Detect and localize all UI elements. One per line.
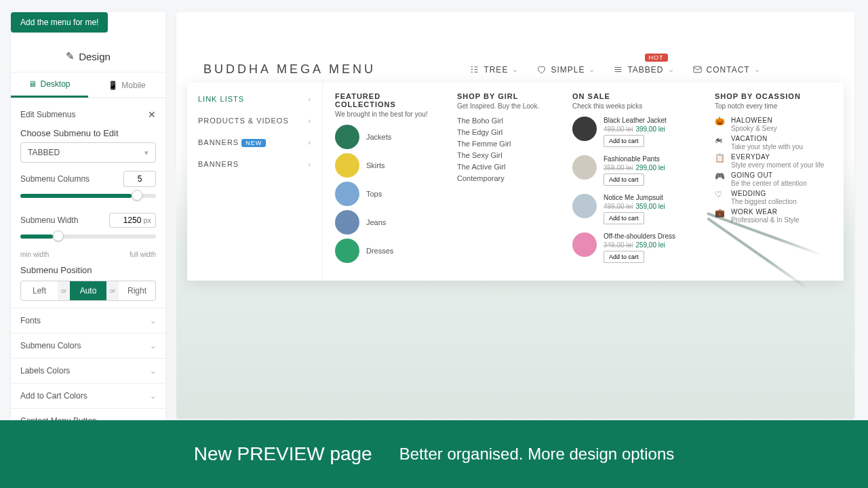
product-thumb: [572, 155, 597, 180]
tab-desktop-label: Desktop: [40, 79, 70, 89]
girl-link[interactable]: The Boho Girl: [457, 117, 548, 125]
width-slider[interactable]: [20, 235, 156, 239]
position-auto[interactable]: Auto: [70, 281, 106, 300]
occasion-item[interactable]: 🏍 VACATIONTake your style with you: [715, 135, 831, 150]
nav-simple[interactable]: SIMPLE⌄: [536, 64, 595, 75]
accordion-submenu-colors[interactable]: Submenu Colors⌄: [11, 333, 165, 358]
occasion-desc: Style every moment of your life: [731, 161, 824, 169]
price-old: 499,00 lei: [604, 203, 633, 210]
mega-menu-tabs: LINK LISTS› PRODUCTS & VIDEOS› BANNERSNE…: [187, 83, 323, 281]
occasion-name: EVERYDAY: [731, 153, 824, 161]
accordion-addtocart-colors[interactable]: Add to Cart Colors⌄: [11, 383, 165, 408]
occasion-desc: Professional & In Style: [731, 216, 800, 224]
width-min-label: min width: [20, 251, 49, 258]
mm-tab-products-videos[interactable]: PRODUCTS & VIDEOS›: [187, 110, 322, 131]
submenu-select[interactable]: TABBED ▾: [20, 142, 156, 163]
sidebar: Add the menu for me! ✎ Design 🖥 Desktop …: [11, 12, 165, 439]
occasion-name: HALOWEEN: [731, 117, 777, 124]
tab-mobile[interactable]: 📱 Mobile: [88, 73, 165, 98]
girl-link[interactable]: The Edgy Girl: [457, 128, 548, 136]
mm-tab-link-lists[interactable]: LINK LISTS›: [187, 88, 322, 110]
add-menu-button[interactable]: Add the menu for me!: [11, 12, 108, 33]
occasion-desc: Take your style with you: [731, 143, 803, 150]
girl-link[interactable]: The Active Girl: [457, 163, 548, 171]
occasion-desc: Be the center of attention: [731, 180, 807, 187]
mm-shop-by-girl: SHOP BY GIRL Get Inspired. Buy the Look.…: [445, 83, 560, 281]
collection-item[interactable]: Tops: [335, 182, 433, 206]
position-left[interactable]: Left: [21, 281, 58, 300]
sale-item: Fashionable Pants 359,00 lei299,00 lei A…: [572, 155, 690, 186]
product-thumb: [572, 194, 597, 218]
position-sep: or: [58, 281, 70, 300]
collection-thumb: [335, 239, 359, 263]
desktop-icon: 🖥: [28, 79, 37, 89]
product-name[interactable]: Black Leather Jacket: [604, 117, 667, 124]
occasion-desc: The biggest collection: [731, 198, 797, 205]
occasion-item[interactable]: ♡ WEDDINGThe biggest collection: [715, 190, 831, 205]
accordion-labels-colors[interactable]: Labels Colors⌄: [11, 358, 165, 383]
columns-slider[interactable]: [20, 194, 156, 198]
chevron-right-icon: ›: [308, 117, 311, 125]
collection-item[interactable]: Skirts: [335, 153, 433, 178]
price-new: 359,00 lei: [635, 203, 665, 210]
width-input[interactable]: [114, 216, 141, 225]
add-to-cart-button[interactable]: Add to cart: [604, 251, 644, 263]
product-name[interactable]: Fashionable Pants: [604, 155, 665, 163]
mm-col-title: SHOP BY GIRL: [457, 92, 548, 100]
occasion-item[interactable]: 💼 WORK WEARProfessional & In Style: [715, 208, 831, 224]
girl-link[interactable]: The Sexy Girl: [457, 151, 548, 159]
mail-icon: [692, 64, 703, 75]
add-to-cart-button[interactable]: Add to cart: [604, 135, 644, 147]
width-label: Submenu Width: [20, 216, 78, 225]
submenu-select-value: TABBED: [28, 148, 60, 157]
slider-thumb[interactable]: [53, 230, 64, 241]
collection-label: Skirts: [366, 161, 385, 169]
occasion-icon: 🏍: [715, 135, 724, 150]
collection-item[interactable]: Jackets: [335, 125, 433, 149]
product-name[interactable]: Notice Me Jumpsuit: [604, 194, 665, 201]
girl-link[interactable]: The Femme Girl: [457, 140, 548, 148]
slider-thumb[interactable]: [132, 190, 142, 201]
product-name[interactable]: Off-the-shoulders Dress: [604, 232, 675, 240]
brand-logo: BUDDHA MEGA MENU: [203, 62, 376, 77]
add-to-cart-button[interactable]: Add to cart: [604, 212, 644, 224]
mm-col-title: SHOP BY OCASSION: [715, 92, 831, 100]
collection-label: Jeans: [366, 218, 386, 226]
tab-desktop[interactable]: 🖥 Desktop: [11, 73, 88, 98]
sale-item: Black Leather Jacket 499,00 lei399,00 le…: [572, 117, 690, 147]
accordion-fonts[interactable]: Fonts⌄: [11, 308, 165, 333]
nav-tabbed[interactable]: HOT TABBED⌄: [613, 64, 674, 75]
occasion-item[interactable]: 🎮 GOING OUTBe the center of attention: [715, 171, 831, 187]
collection-item[interactable]: Jeans: [335, 210, 433, 235]
columns-label: Submenu Columns: [20, 174, 90, 184]
close-icon[interactable]: ✕: [148, 109, 156, 120]
banner-subtitle: Better organised. More design options: [399, 445, 675, 464]
edit-submenus-label: Edit Submenus: [20, 110, 75, 119]
nav-contact[interactable]: CONTACT⌄: [692, 64, 761, 75]
chevron-down-icon: ⌄: [150, 317, 156, 325]
hot-badge: HOT: [645, 54, 668, 62]
chevron-right-icon: ›: [308, 138, 311, 146]
price-old: 349,00 lei: [604, 241, 633, 249]
chevron-down-icon: ⌄: [589, 65, 595, 74]
collection-item[interactable]: Dresses: [335, 239, 433, 263]
price-old: 499,00 lei: [604, 125, 633, 133]
occasion-item[interactable]: 📋 EVERYDAYStyle every moment of your lif…: [715, 153, 831, 169]
add-to-cart-button[interactable]: Add to cart: [604, 174, 644, 186]
nav-tree[interactable]: TREE⌄: [469, 64, 519, 75]
position-right[interactable]: Right: [119, 281, 155, 300]
tab-mobile-label: Mobile: [121, 81, 145, 90]
girl-link[interactable]: Contemporary: [457, 174, 548, 182]
columns-input[interactable]: [123, 171, 156, 187]
chevron-down-icon: ⌄: [150, 392, 156, 401]
mm-col-subtitle: Get Inspired. Buy the Look.: [457, 102, 548, 110]
mega-menu: LINK LISTS› PRODUCTS & VIDEOS› BANNERSNE…: [187, 83, 844, 281]
sale-item: Notice Me Jumpsuit 499,00 lei359,00 lei …: [572, 194, 690, 224]
occasion-item[interactable]: 🎃 HALOWEENSpooky & Sexy: [715, 117, 831, 132]
heart-icon: [536, 64, 547, 75]
mobile-icon: 📱: [108, 81, 118, 90]
mm-tab-banners[interactable]: BANNERS›: [187, 153, 322, 175]
mm-col-title: ON SALE: [572, 92, 690, 100]
occasion-name: GOING OUT: [731, 171, 807, 179]
mm-tab-banners-new[interactable]: BANNERSNEW›: [187, 131, 322, 153]
